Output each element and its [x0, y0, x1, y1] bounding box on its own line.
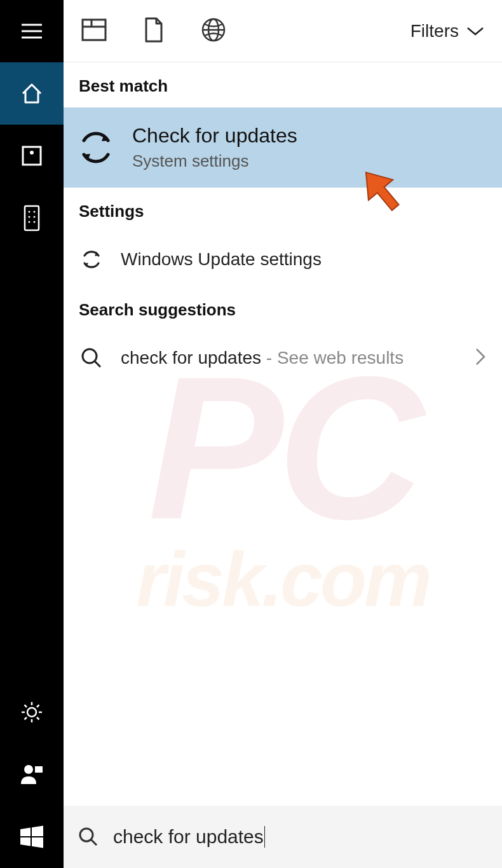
svg-line-22: [95, 361, 100, 367]
remote-icon: [23, 204, 41, 232]
filters-dropdown[interactable]: Filters: [410, 21, 484, 41]
web-suggestion-result[interactable]: check for updates - See web results: [64, 331, 502, 385]
web-suggestion-text: check for updates - See web results: [121, 348, 458, 368]
globe-icon: [201, 17, 226, 43]
svg-rect-15: [83, 20, 105, 40]
user-icon: [20, 762, 44, 787]
svg-point-6: [29, 211, 31, 213]
svg-point-10: [29, 221, 31, 223]
chevron-right-icon: [474, 347, 487, 369]
documents-filter-button[interactable]: [144, 17, 164, 45]
svg-point-13: [24, 765, 33, 774]
settings-result-label: Windows Update settings: [121, 249, 487, 270]
svg-point-12: [27, 708, 36, 717]
sidebar-home-button[interactable]: [0, 62, 64, 125]
sidebar-settings-button[interactable]: [0, 681, 64, 743]
web-filter-button[interactable]: [201, 17, 226, 45]
sidebar-apps-button[interactable]: [0, 125, 64, 187]
hamburger-menu-button[interactable]: [0, 0, 64, 62]
svg-point-4: [30, 151, 34, 155]
top-toolbar: Filters: [64, 0, 502, 62]
refresh-icon: [76, 128, 116, 167]
svg-point-11: [34, 221, 36, 223]
settings-heading: Settings: [64, 188, 502, 233]
sidebar-start-button[interactable]: [0, 806, 64, 868]
settings-result-windows-update[interactable]: Windows Update settings: [64, 233, 502, 286]
sidebar-user-button[interactable]: [0, 743, 64, 806]
svg-rect-14: [35, 766, 43, 773]
gear-icon: [19, 699, 44, 725]
best-match-result[interactable]: Check for updates System settings: [64, 107, 502, 188]
sidebar-remote-button[interactable]: [0, 187, 64, 249]
search-input[interactable]: check for updates: [113, 826, 488, 848]
search-bar[interactable]: check for updates: [64, 806, 502, 868]
document-icon: [144, 17, 164, 43]
search-icon: [79, 345, 104, 371]
apps-filter-button[interactable]: [81, 18, 107, 44]
svg-line-24: [91, 839, 97, 845]
svg-point-9: [34, 216, 36, 218]
best-match-subtitle: System settings: [132, 151, 297, 171]
sidebar: [0, 0, 64, 868]
box-dot-icon: [20, 144, 43, 167]
refresh-small-icon: [79, 247, 104, 272]
svg-rect-3: [23, 147, 41, 165]
windows-logo-icon: [19, 824, 44, 850]
best-match-title: Check for updates: [132, 124, 297, 148]
filters-label: Filters: [410, 21, 459, 41]
chevron-down-icon: [466, 25, 484, 37]
svg-rect-5: [25, 206, 39, 230]
suggestions-heading: Search suggestions: [64, 286, 502, 331]
svg-point-8: [29, 216, 31, 218]
svg-point-7: [34, 211, 36, 213]
home-icon: [19, 81, 44, 106]
best-match-heading: Best match: [64, 62, 502, 107]
app-window-icon: [81, 18, 107, 41]
hamburger-icon: [19, 18, 44, 44]
svg-point-21: [83, 349, 97, 363]
main-panel: Filters PC risk.com Best match: [64, 0, 502, 868]
search-icon: [78, 826, 99, 848]
